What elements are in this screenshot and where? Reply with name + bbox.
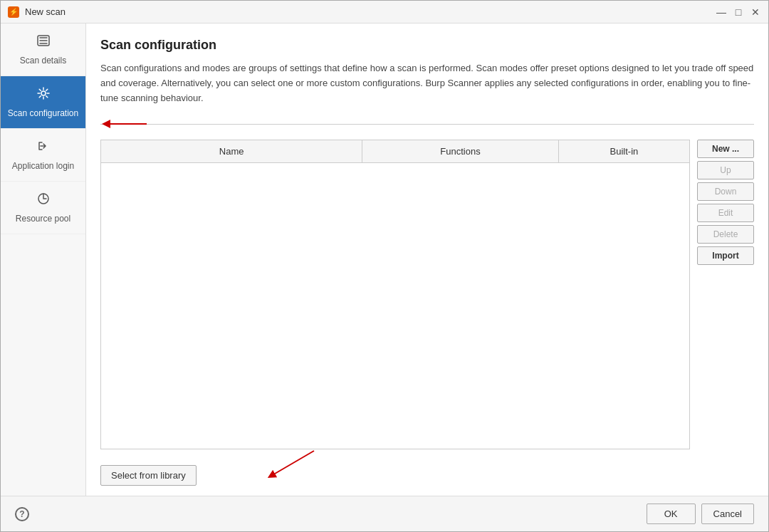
sidebar-item-application-login[interactable]: Application login bbox=[1, 129, 85, 182]
edit-button[interactable]: Edit bbox=[697, 204, 754, 222]
scan-configuration-icon bbox=[36, 86, 51, 104]
sidebar-item-resource-pool[interactable]: Resource pool bbox=[1, 182, 85, 234]
sidebar-item-scan-configuration[interactable]: Scan configuration bbox=[1, 76, 85, 129]
svg-point-1 bbox=[41, 91, 46, 95]
section-title: Scan configuration bbox=[100, 38, 754, 53]
help-button[interactable]: ? bbox=[15, 507, 29, 521]
bottom-bar: ? OK Cancel bbox=[1, 496, 768, 531]
sidebar-item-scan-details[interactable]: Scan details bbox=[1, 24, 85, 76]
table-and-buttons: Name Functions Built-in New ... Up Down … bbox=[100, 140, 754, 449]
horizontal-divider bbox=[100, 124, 754, 125]
close-button[interactable]: ✕ bbox=[750, 6, 761, 18]
table-body bbox=[101, 163, 689, 449]
window-title: New scan bbox=[25, 6, 716, 17]
red-arrow-library-annotation bbox=[257, 447, 342, 483]
main-window: ⚡ New scan — □ ✕ Scan details bbox=[0, 0, 769, 532]
svg-line-6 bbox=[271, 451, 314, 476]
sidebar-item-application-login-label: Application login bbox=[12, 161, 74, 171]
select-from-library-button[interactable]: Select from library bbox=[100, 465, 197, 486]
ok-button[interactable]: OK bbox=[647, 504, 696, 524]
maximize-button[interactable]: □ bbox=[733, 6, 744, 18]
application-login-icon bbox=[36, 139, 51, 157]
up-button[interactable]: Up bbox=[697, 161, 754, 179]
column-builtin: Built-in bbox=[559, 140, 689, 162]
resource-pool-icon bbox=[36, 192, 51, 209]
scan-details-icon bbox=[36, 33, 51, 51]
title-bar: ⚡ New scan — □ ✕ bbox=[1, 1, 768, 24]
column-name: Name bbox=[101, 140, 362, 162]
delete-button[interactable]: Delete bbox=[697, 225, 754, 244]
window-body: Scan details Scan configuration bbox=[1, 24, 768, 496]
section-description: Scan configurations and modes are groups… bbox=[100, 61, 754, 105]
down-button[interactable]: Down bbox=[697, 182, 754, 201]
sidebar-item-scan-configuration-label: Scan configuration bbox=[8, 108, 78, 118]
minimize-button[interactable]: — bbox=[716, 6, 727, 18]
dialog-buttons: OK Cancel bbox=[647, 504, 754, 524]
footer-action-area: Select from library bbox=[100, 458, 754, 496]
window-controls: — □ ✕ bbox=[716, 6, 761, 18]
app-icon: ⚡ bbox=[8, 6, 19, 18]
main-content-area: Scan configuration Scan configurations a… bbox=[86, 24, 768, 496]
side-action-buttons: New ... Up Down Edit Delete Import bbox=[697, 140, 754, 449]
divider-area bbox=[100, 117, 754, 131]
import-button[interactable]: Import bbox=[697, 246, 754, 265]
table-header: Name Functions Built-in bbox=[101, 140, 689, 163]
sidebar: Scan details Scan configuration bbox=[1, 24, 86, 496]
new-button[interactable]: New ... bbox=[697, 140, 754, 158]
sidebar-item-resource-pool-label: Resource pool bbox=[16, 214, 70, 224]
sidebar-item-scan-details-label: Scan details bbox=[20, 56, 66, 66]
column-functions: Functions bbox=[362, 140, 559, 162]
configurations-table: Name Functions Built-in bbox=[100, 140, 690, 449]
cancel-button[interactable]: Cancel bbox=[701, 504, 754, 524]
